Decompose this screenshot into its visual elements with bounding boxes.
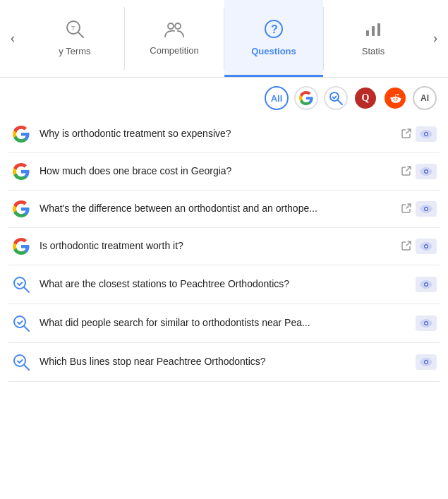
question-text: Is orthodontic treatment worth it? — [40, 239, 393, 253]
tab-key-terms-label: y Terms — [59, 46, 90, 56]
question-text: What did people search for similar to or… — [40, 316, 407, 330]
svg-rect-8 — [372, 26, 375, 36]
svg-point-28 — [425, 323, 428, 325]
ai-eye-button[interactable] — [416, 126, 437, 142]
svg-point-16 — [425, 171, 428, 173]
reddit-icon — [385, 88, 406, 109]
tab-competition-label: Competition — [150, 45, 198, 56]
svg-text:?: ? — [271, 23, 278, 35]
ai-eye-button[interactable] — [416, 315, 437, 331]
tab-statistics-label: Statis — [362, 46, 385, 56]
external-link-icon[interactable] — [401, 241, 411, 253]
question-row: What's the difference between an orthodo… — [8, 191, 440, 228]
ai-eye-button[interactable] — [416, 354, 437, 370]
google-color-icon — [299, 91, 313, 105]
source-icon-search — [11, 314, 31, 332]
question-list: Why is orthodontic treatment so expensiv… — [0, 116, 448, 382]
question-list-container[interactable]: Why is orthodontic treatment so expensiv… — [0, 116, 448, 382]
source-icon-google — [11, 126, 31, 143]
question-text: How much does one brace cost in Georgia? — [40, 164, 393, 179]
filter-quora-button[interactable]: Q — [353, 86, 377, 110]
question-row: What are the closest stations to Peachtr… — [8, 265, 440, 304]
svg-line-30 — [24, 365, 29, 370]
svg-rect-7 — [366, 30, 369, 36]
external-link-icon[interactable] — [401, 203, 411, 215]
competition-icon — [164, 20, 185, 41]
source-icon-search — [11, 353, 31, 371]
tab-bar: ‹ T y Terms Co — [0, 0, 448, 78]
question-actions — [401, 164, 437, 179]
question-text: What's the difference between an orthodo… — [40, 202, 393, 216]
source-icon-search — [11, 275, 31, 294]
tab-questions[interactable]: ? Questions — [224, 0, 323, 77]
svg-point-14 — [425, 133, 428, 136]
source-icon-google — [11, 200, 31, 217]
question-actions — [416, 354, 437, 370]
svg-point-20 — [425, 246, 428, 248]
ai-eye-button[interactable] — [416, 201, 437, 217]
question-row: Is orthodontic treatment worth it? — [8, 228, 440, 265]
filter-google-button[interactable] — [294, 86, 318, 110]
question-row: Why is orthodontic treatment so expensiv… — [8, 116, 440, 153]
question-row: Which Bus lines stop near Peachtree Orth… — [8, 343, 440, 382]
source-icon-google — [11, 163, 31, 180]
question-actions — [401, 239, 437, 254]
filter-row: All Q — [0, 78, 448, 116]
svg-line-26 — [24, 326, 29, 331]
statistics-icon — [363, 19, 383, 42]
svg-rect-9 — [377, 23, 380, 36]
filter-search-button[interactable] — [324, 86, 348, 110]
svg-line-11 — [338, 100, 342, 104]
question-actions — [401, 201, 437, 217]
tab-competition[interactable]: Competition — [125, 0, 224, 77]
tab-prev-button[interactable]: ‹ — [0, 0, 25, 77]
svg-point-10 — [330, 92, 339, 101]
svg-point-24 — [425, 284, 428, 286]
external-link-icon[interactable] — [401, 166, 411, 178]
ai-eye-button[interactable] — [416, 239, 437, 254]
svg-point-3 — [168, 23, 174, 29]
svg-line-22 — [24, 287, 29, 292]
svg-line-1 — [78, 32, 83, 37]
filter-ai-button[interactable]: AI — [413, 86, 437, 110]
filter-all-button[interactable]: All — [265, 86, 289, 110]
main-container: ‹ T y Terms Co — [0, 0, 448, 382]
search-check-icon — [329, 91, 343, 105]
quora-icon: Q — [355, 88, 376, 109]
ai-eye-button[interactable] — [416, 277, 437, 292]
svg-point-32 — [425, 361, 428, 363]
question-row: How much does one brace cost in Georgia? — [8, 153, 440, 191]
question-row: What did people search for similar to or… — [8, 304, 440, 343]
question-actions — [416, 315, 437, 331]
tab-statistics[interactable]: Statis — [324, 0, 423, 77]
external-link-icon[interactable] — [401, 128, 411, 140]
key-terms-icon: T — [65, 19, 85, 42]
questions-icon: ? — [264, 19, 284, 42]
question-text: Why is orthodontic treatment so expensiv… — [40, 127, 393, 141]
question-text: What are the closest stations to Peachtr… — [40, 277, 407, 291]
svg-point-4 — [175, 23, 181, 29]
tab-questions-label: Questions — [251, 46, 296, 56]
source-icon-google — [11, 238, 31, 255]
svg-text:T: T — [71, 25, 75, 32]
filter-reddit-button[interactable] — [383, 86, 407, 110]
tab-next-button[interactable]: › — [423, 0, 448, 77]
question-actions — [416, 277, 437, 292]
question-text: Which Bus lines stop near Peachtree Orth… — [40, 355, 407, 369]
ai-eye-button[interactable] — [416, 164, 437, 179]
tab-key-terms[interactable]: T y Terms — [25, 0, 124, 77]
svg-point-18 — [425, 208, 428, 210]
question-actions — [401, 126, 437, 142]
